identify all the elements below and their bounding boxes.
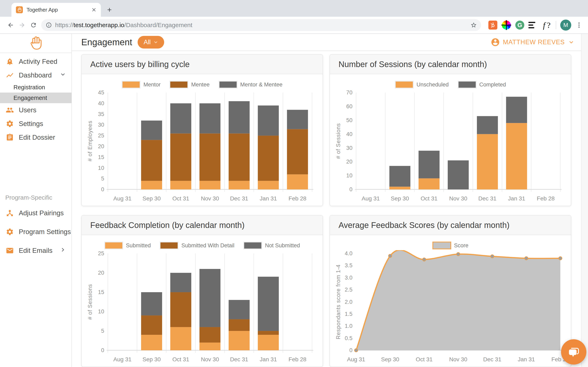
panel-title: Average Feedback Scores (by calendar mon…	[338, 221, 509, 230]
sidebar-item-label: Program Settings	[19, 228, 71, 236]
svg-text:20: 20	[346, 159, 352, 165]
tab-close-icon[interactable]	[91, 7, 97, 13]
sidebar-subitem-label: Registration	[13, 84, 45, 91]
svg-text:# of Employees: # of Employees	[87, 120, 93, 161]
chart-canvas: 051015202530354045Aug 31Sep 30Oct 31Nov …	[86, 89, 318, 205]
svg-text:0: 0	[101, 347, 104, 353]
legend-item: Mentor & Mentee	[219, 81, 283, 89]
sidebar-subitem-engagement[interactable]: Engagement	[0, 92, 71, 103]
chart-legend: UnscheduledCompleted	[334, 81, 567, 89]
svg-text:Jan 31: Jan 31	[508, 195, 525, 202]
bookmark-star-icon[interactable]	[470, 22, 477, 28]
tab-title: Together App	[26, 7, 91, 13]
legend-item: Completed	[458, 81, 506, 89]
svg-text:4.0: 4.0	[345, 250, 352, 257]
svg-text:Aug 31: Aug 31	[113, 356, 131, 363]
user-menu[interactable]: MATTHEW REEVES	[491, 38, 575, 47]
svg-text:Oct 31: Oct 31	[172, 195, 189, 202]
legend-label: Not Submitted	[265, 242, 300, 249]
svg-text:Respondants score from 1-4: Respondants score from 1-4	[335, 264, 341, 339]
sidebar-item-activity-feed[interactable]: Activity Feed	[0, 55, 71, 68]
panel-title: Feedback Completion (by calendar month)	[90, 221, 245, 230]
sidebar-item-edit-dossier[interactable]: Edit Dossier	[0, 131, 71, 144]
legend-label: Unscheduled	[416, 82, 449, 88]
program-filter-dropdown[interactable]: All	[138, 36, 164, 49]
sidebar-item-program-settings[interactable]: Program Settings	[0, 222, 71, 241]
legend-label: Mentor & Mentee	[240, 82, 283, 88]
svg-text:Dec 31: Dec 31	[478, 195, 497, 202]
svg-text:Feb 28: Feb 28	[288, 356, 306, 363]
sidebar-item-label: Dashboard	[19, 71, 59, 79]
sidebar-item-label: Activity Feed	[19, 58, 67, 66]
sidebar-item-settings[interactable]: Settings	[0, 117, 71, 131]
svg-text:40: 40	[98, 100, 104, 106]
svg-text:0.5: 0.5	[345, 335, 352, 341]
people-icon	[5, 106, 14, 115]
legend-swatch	[219, 81, 237, 89]
svg-text:# of Sessions: # of Sessions	[87, 284, 93, 320]
info-icon	[46, 22, 52, 28]
scrollbar[interactable]	[581, 34, 588, 367]
browser-window: Together App https://test.togetherapp.io…	[0, 0, 588, 367]
back-icon[interactable]	[5, 19, 16, 31]
legend-swatch	[104, 242, 123, 249]
sidebar-subitem-registration[interactable]: Registration	[0, 82, 71, 92]
svg-text:25: 25	[98, 133, 104, 139]
legend-item: Not Submitted	[243, 242, 300, 249]
sidebar-item-label: Users	[19, 106, 67, 114]
sidebar-item-users[interactable]: Users	[0, 103, 71, 117]
chat-widget-button[interactable]	[561, 339, 586, 365]
svg-text:25: 25	[98, 250, 104, 257]
svg-text:Oct 31: Oct 31	[421, 195, 438, 202]
browser-toolbar: https://test.togetherapp.io/Dashboard/En…	[0, 17, 588, 34]
chevron-right-icon	[59, 246, 67, 255]
panel-feedback-scores: Average Feedback Scores (by calendar mon…	[329, 215, 571, 367]
page-title: Engagement	[81, 37, 132, 47]
svg-text:70: 70	[346, 90, 352, 96]
forward-icon[interactable]	[16, 19, 28, 31]
legend-item: Submitted With Detail	[160, 242, 234, 249]
sidebar-item-label: Adjust Pairings	[19, 209, 67, 217]
sidebar-item-dashboard[interactable]: Dashboard	[0, 68, 71, 82]
sidebar-item-adjust-pairings[interactable]: Adjust Pairings	[0, 204, 71, 222]
colorzilla-extension-icon[interactable]	[502, 20, 511, 30]
hubspot-extension-icon[interactable]	[488, 20, 498, 30]
url-bar[interactable]: https://test.togetherapp.io/Dashboard/En…	[41, 19, 481, 31]
svg-text:50: 50	[346, 117, 352, 123]
legend-swatch	[432, 242, 451, 249]
legend-item: Unscheduled	[395, 81, 449, 89]
browser-profile-avatar[interactable]: M	[560, 20, 571, 31]
svg-text:1.0: 1.0	[345, 323, 352, 329]
svg-text:15: 15	[98, 154, 104, 160]
panel-sessions: Number of Sessions (by calendar month) U…	[329, 54, 571, 206]
legend-swatch	[395, 81, 414, 89]
new-tab-button[interactable]	[104, 4, 115, 16]
reload-icon[interactable]	[28, 19, 39, 31]
legend-label: Mentor	[143, 82, 160, 88]
grammarly-extension-icon[interactable]: G	[515, 20, 525, 30]
svg-text:Aug 31: Aug 31	[113, 195, 131, 202]
sidebar-item-edit-emails[interactable]: Edit Emails	[0, 241, 71, 260]
lines-extension-icon[interactable]	[528, 20, 538, 30]
svg-text:1.5: 1.5	[345, 311, 352, 317]
svg-text:2.5: 2.5	[345, 287, 352, 293]
gear-icon	[5, 119, 14, 128]
svg-text:Oct 31: Oct 31	[416, 356, 433, 363]
legend-swatch	[122, 81, 140, 89]
svg-text:5: 5	[101, 328, 104, 334]
math-extension-icon[interactable]: f ?	[542, 20, 552, 30]
svg-text:Nov 30: Nov 30	[449, 195, 467, 202]
svg-text:0: 0	[101, 186, 104, 192]
chart-legend: MentorMenteeMentor & Mentee	[85, 81, 319, 89]
svg-text:Nov 30: Nov 30	[449, 356, 467, 363]
svg-text:Jan 31: Jan 31	[260, 195, 277, 202]
together-logo[interactable]	[0, 34, 71, 53]
svg-text:35: 35	[98, 111, 104, 117]
svg-text:Jan 31: Jan 31	[518, 356, 535, 363]
panel-active-users: Active users by billing cycle MentorMent…	[81, 54, 323, 206]
sidebar-item-label: Settings	[19, 120, 67, 128]
sidebar-nav: Activity Feed Dashboard Registration Eng…	[0, 53, 71, 260]
browser-tab[interactable]: Together App	[11, 3, 101, 17]
browser-menu-icon[interactable]	[574, 20, 584, 30]
together-logo-favicon	[16, 6, 23, 13]
